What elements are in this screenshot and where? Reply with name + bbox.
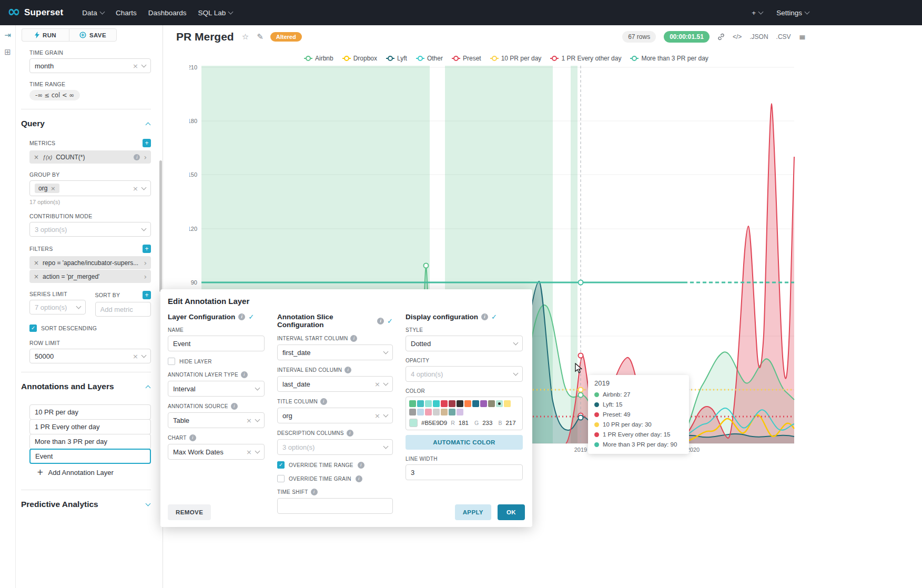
legend-item-other[interactable]: Other <box>416 55 443 62</box>
legend-item-lyft[interactable]: Lyft <box>386 55 407 62</box>
color-swatch[interactable] <box>457 400 463 407</box>
interval-start-select[interactable]: first_date <box>277 344 393 360</box>
chart-select[interactable]: Max Work Dates × <box>168 444 265 460</box>
info-icon[interactable]: i <box>231 403 238 410</box>
superset-logo[interactable]: ∞ Superset <box>7 6 63 19</box>
color-swatch[interactable] <box>433 400 440 407</box>
add-sort-metric-button[interactable]: + <box>143 291 151 299</box>
clear-icon[interactable]: × <box>374 412 380 419</box>
hover-marker-3pr[interactable] <box>579 280 583 285</box>
add-annotation-layer-button[interactable]: + Add Annotation Layer <box>29 464 151 481</box>
group-by-select[interactable]: org × × <box>29 180 151 196</box>
info-icon[interactable]: i <box>241 371 248 378</box>
color-swatch[interactable] <box>464 400 471 407</box>
color-swatch[interactable] <box>449 409 455 415</box>
nav-item-data[interactable]: Data <box>82 9 104 17</box>
line-width-input[interactable] <box>406 464 523 480</box>
legend-item-10pr[interactable]: 10 PR per day <box>490 55 542 62</box>
export-csv-button[interactable]: .CSV <box>776 33 791 40</box>
color-swatch[interactable] <box>417 409 424 415</box>
nav-item-dashboards[interactable]: Dashboards <box>148 9 187 17</box>
name-input[interactable] <box>168 336 265 351</box>
override-time-grain-checkbox[interactable] <box>277 475 285 482</box>
filter-pill[interactable]: × repo = 'apache/incubator-supers... › <box>29 256 151 269</box>
color-swatch[interactable] <box>425 409 432 415</box>
g-value[interactable]: 233 <box>482 420 492 426</box>
clear-icon[interactable]: × <box>133 185 138 192</box>
annotation-layer-item[interactable]: 10 PR per day <box>29 404 151 420</box>
data-point-marker[interactable] <box>424 263 429 268</box>
info-icon[interactable]: i <box>356 475 362 482</box>
hover-marker-lyft[interactable] <box>579 415 583 420</box>
annotation-layer-item[interactable]: 1 PR Every other day <box>29 419 151 434</box>
automatic-color-button[interactable]: AUTOMATIC COLOR <box>406 435 523 450</box>
color-swatch-selected[interactable] <box>496 400 503 407</box>
r-value[interactable]: 181 <box>459 420 469 426</box>
add-filter-button[interactable]: + <box>143 245 151 253</box>
group-by-tag[interactable]: org × <box>35 184 59 193</box>
annotations-section-header[interactable]: Annotations and Layers <box>21 378 151 392</box>
b-value[interactable]: 217 <box>505 420 515 426</box>
description-columns-select[interactable]: 3 option(s) <box>277 439 393 455</box>
series-limit-select[interactable]: 7 option(s) <box>29 300 86 315</box>
color-swatch[interactable] <box>480 400 487 407</box>
favorite-star-icon[interactable]: ☆ <box>242 32 249 42</box>
legend-item-1pr[interactable]: 1 PR Every other day <box>550 55 621 62</box>
color-swatch[interactable] <box>457 409 463 415</box>
info-icon[interactable]: i <box>134 154 140 160</box>
filter-pill[interactable]: × action = 'pr_merged' › <box>29 270 151 283</box>
annotation-layer-type-select[interactable]: Interval <box>168 381 265 397</box>
remove-filter-icon[interactable]: × <box>34 259 39 267</box>
hover-marker-10pr[interactable] <box>579 388 583 392</box>
info-icon[interactable]: i <box>238 313 245 320</box>
info-icon[interactable]: i <box>481 313 488 320</box>
color-swatch[interactable] <box>441 400 448 407</box>
color-swatch[interactable] <box>417 400 424 407</box>
info-icon[interactable]: i <box>311 489 318 495</box>
info-icon[interactable]: i <box>320 398 327 405</box>
sort-by-select[interactable]: Add metric <box>95 302 151 317</box>
title-column-select[interactable]: org × <box>277 408 393 423</box>
collapse-dataset-panel-icon[interactable]: ⇥ <box>4 31 11 40</box>
color-swatch[interactable] <box>425 400 432 407</box>
info-icon[interactable]: i <box>350 335 357 342</box>
run-button[interactable]: RUN <box>22 28 69 42</box>
interval-end-select[interactable]: last_date × <box>277 376 393 392</box>
predictive-analytics-section-header[interactable]: Predictive Analytics <box>21 495 151 510</box>
color-swatch[interactable] <box>433 409 440 415</box>
metric-pill[interactable]: × ƒ(x) COUNT(*) i › <box>29 150 151 164</box>
color-swatch[interactable] <box>441 409 448 415</box>
apply-button[interactable]: APPLY <box>455 504 491 520</box>
info-icon[interactable]: i <box>189 434 196 441</box>
hover-marker-preset[interactable] <box>579 353 583 358</box>
hide-layer-checkbox[interactable] <box>168 358 175 365</box>
clear-icon[interactable]: × <box>374 381 380 388</box>
panel-scrollbar[interactable] <box>159 160 162 292</box>
clear-icon[interactable]: × <box>133 63 138 69</box>
info-icon[interactable]: i <box>377 318 384 325</box>
export-json-button[interactable]: .JSON <box>749 33 768 40</box>
annotation-layer-item[interactable]: More than 3 PR per day <box>29 434 151 449</box>
row-limit-select[interactable]: 50000 × <box>29 349 151 363</box>
info-icon[interactable]: i <box>345 367 351 373</box>
hex-value[interactable]: #B5E9D9 <box>421 420 447 426</box>
legend-item-preset[interactable]: Preset <box>452 55 481 62</box>
remove-tag-icon[interactable]: × <box>50 186 55 191</box>
info-icon[interactable]: i <box>358 462 364 469</box>
color-swatch[interactable] <box>504 400 511 407</box>
color-swatch[interactable] <box>409 400 416 407</box>
add-metric-button[interactable]: + <box>143 139 151 147</box>
style-select[interactable]: Dotted <box>406 336 523 351</box>
color-swatch[interactable] <box>449 400 455 407</box>
color-swatch[interactable] <box>409 409 416 415</box>
legend-item-dropbox[interactable]: Dropbox <box>342 55 377 62</box>
nav-item-charts[interactable]: Charts <box>116 9 137 17</box>
clear-icon[interactable]: × <box>246 417 252 424</box>
share-link-button[interactable] <box>717 33 725 40</box>
ok-button[interactable]: OK <box>498 504 525 520</box>
sort-descending-checkbox[interactable] <box>29 325 37 332</box>
legend-item-3pr[interactable]: More than 3 PR per day <box>630 55 708 62</box>
hover-marker-airbnb[interactable] <box>579 393 583 398</box>
color-swatch[interactable] <box>472 400 479 407</box>
embed-code-icon[interactable]: </> <box>733 33 742 40</box>
